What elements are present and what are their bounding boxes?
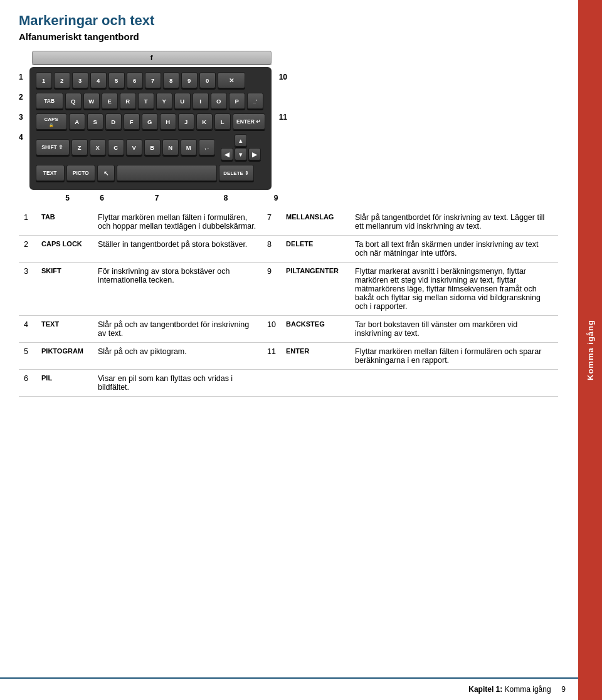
desc-key2-1: DELETE — [281, 236, 350, 263]
key-picto: PICTO — [66, 165, 95, 181]
right-annotations: 10 11 — [279, 51, 287, 127]
key-arrow-right: ▶ — [248, 148, 261, 160]
arrow-up-row: ▲ — [221, 134, 261, 147]
desc-text-0: Flyttar markören mellan fälten i formulä… — [93, 209, 262, 236]
key-arrow-down: ▼ — [235, 148, 247, 160]
desc-text2-0: Slår på tangentbordet för inskrivning av… — [350, 209, 558, 236]
table-row: 1 TAB Flyttar markören mellan fälten i f… — [19, 209, 558, 236]
desc-key-1: CAPS LOCK — [36, 236, 93, 263]
desc-num2-3: 10 — [262, 316, 281, 343]
desc-key2-3: BACKSTEG — [281, 316, 350, 343]
key-z: Z — [71, 139, 88, 155]
key-1: 1 — [36, 72, 52, 88]
key-arrow-pic: ↖ — [97, 165, 115, 181]
key-row-5: TEXT PICTO ↖ DELETE ⇕ — [36, 165, 265, 181]
key-2: 2 — [54, 72, 70, 88]
key-o: O — [211, 93, 227, 109]
lock-icon: 🔒 — [49, 123, 53, 127]
desc-text-2: För inskrivning av stora bokstäver och i… — [93, 263, 262, 316]
key-row-1: 1 2 3 4 5 6 7 8 9 0 ✕ — [36, 72, 265, 88]
row-label-3: 3 — [19, 107, 26, 127]
key-3: 3 — [72, 72, 88, 88]
key-p: P — [229, 93, 245, 109]
desc-key2-0: MELLANSLAG — [281, 209, 350, 236]
key-d: D — [105, 113, 122, 130]
desc-key-4: PIKTOGRAM — [36, 343, 93, 370]
key-t: T — [138, 93, 154, 109]
desc-text2-1: Ta bort all text från skärmen under insk… — [350, 236, 558, 263]
key-delete: DELETE ⇕ — [219, 165, 254, 181]
arrow-lr-row: ◀ ▼ ▶ — [221, 148, 261, 160]
key-enter: ENTER ↵ — [233, 113, 265, 130]
desc-num2-0: 7 — [262, 209, 281, 236]
key-h: H — [160, 113, 176, 130]
arrow-keys: ▲ ◀ ▼ ▶ — [221, 134, 261, 160]
key-m: M — [181, 139, 197, 155]
desc-text2-2: Flyttar markerat avsnitt i beräkningsmen… — [350, 263, 558, 316]
key-r: R — [120, 93, 136, 109]
key-apostrophe: _' — [247, 93, 263, 109]
key-i: I — [193, 93, 209, 109]
row-label-2: 2 — [19, 87, 26, 107]
left-row-numbers: 1 2 3 4 — [19, 51, 26, 147]
desc-key2-2: Piltangenter — [281, 263, 350, 316]
key-q: Q — [65, 93, 82, 109]
key-b: B — [144, 139, 161, 155]
right-ann-blank — [279, 87, 287, 107]
key-arrow-up: ▲ — [235, 134, 247, 147]
keyboard-area: 1 2 3 4 f 1 2 3 4 5 — [19, 51, 558, 202]
table-row: 6 PIL Visar en pil som kan flyttas och v… — [19, 370, 558, 397]
row-label-1: 1 — [19, 67, 26, 87]
desc-text-4: Slår på och av piktogram. — [93, 343, 262, 370]
key-backspace: ✕ — [218, 72, 245, 88]
bottom-ann-7: 7 — [119, 194, 194, 202]
bottom-ann-6: 6 — [85, 194, 119, 202]
key-4: 4 — [90, 72, 107, 88]
desc-num-0: 1 — [19, 209, 36, 236]
desc-num-2: 3 — [19, 263, 36, 316]
desc-num2-4: 11 — [262, 343, 281, 370]
key-l: L — [214, 113, 231, 130]
desc-num2-2: 9 — [262, 263, 281, 316]
row-label-4: 4 — [19, 127, 26, 147]
key-caps: CAPS 🔒 — [36, 113, 67, 130]
page-title: Markeringar och text — [19, 13, 558, 29]
desc-key2-4: ENTER — [281, 343, 350, 370]
desc-key-2: SKIFT — [36, 263, 93, 316]
key-shift: SHIFT ⇧ — [36, 139, 70, 155]
key-c: C — [108, 139, 124, 155]
key-n: N — [162, 139, 179, 155]
key-spacebar — [117, 165, 217, 181]
bottom-annotations: 5 6 7 8 9 — [19, 194, 558, 202]
key-v: V — [126, 139, 142, 155]
key-a: A — [69, 113, 85, 130]
key-6: 6 — [127, 72, 143, 88]
key-9: 9 — [181, 72, 198, 88]
table-row: 2 CAPS LOCK Ställer in tangentbordet på … — [19, 236, 558, 263]
caps-label: CAPS — [45, 117, 58, 122]
key-x: X — [90, 139, 106, 155]
section-title: Alfanumeriskt tangentbord — [19, 31, 558, 42]
side-tab: Komma igång — [578, 0, 602, 700]
table-row: 3 SKIFT För inskrivning av stora bokstäv… — [19, 263, 558, 316]
right-ann-10: 10 — [279, 67, 287, 87]
bottom-ann-8: 8 — [194, 194, 257, 202]
desc-text-5: Visar en pil som kan flyttas och vridas … — [93, 370, 262, 397]
desc-num2-1: 8 — [262, 236, 281, 263]
key-0: 0 — [199, 72, 216, 88]
key-row-2: TAB Q W E R T Y U I O P _' — [36, 93, 265, 109]
bottom-ann-9: 9 — [257, 194, 295, 202]
side-tab-label: Komma igång — [586, 320, 595, 380]
keyboard: f 1 2 3 4 5 6 7 8 9 0 ✕ — [29, 51, 272, 190]
footer-text: Kapitel 1: Komma igång 9 — [468, 685, 566, 694]
key-e: E — [102, 93, 118, 109]
desc-num-5: 6 — [19, 370, 36, 397]
f-key: f — [32, 51, 272, 65]
desc-key2-5 — [281, 370, 350, 397]
key-w: W — [83, 93, 100, 109]
table-row: 4 TEXT Slår på och av tangentbordet för … — [19, 316, 558, 343]
key-j: J — [178, 113, 194, 130]
key-row-3: CAPS 🔒 A S D F G H J K L ENTER ↵ — [36, 113, 265, 130]
desc-num-1: 2 — [19, 236, 36, 263]
key-row-4: SHIFT ⇧ Z X C V B N M , . ▲ — [36, 134, 265, 160]
